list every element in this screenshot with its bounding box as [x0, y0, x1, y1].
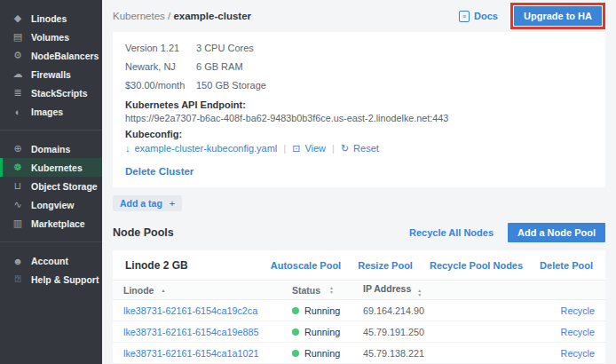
annotation-highlight: Upgrade to HA [510, 3, 605, 29]
kubeconfig-download-link[interactable]: ↓ example-cluster-kubeconfig.yaml [125, 143, 277, 154]
cluster-ram: 6 GB RAM [196, 61, 243, 72]
sidebar-item-longview[interactable]: ∿ Longview [0, 195, 102, 214]
download-icon: ↓ [125, 144, 130, 154]
api-endpoint-label: Kubernetes API Endpoint: [125, 99, 593, 110]
top-actions: ≡ Docs Upgrade to HA [459, 3, 605, 29]
account-icon: ☻ [12, 256, 24, 266]
column-header-linode[interactable]: Linode ▲ [123, 285, 292, 296]
column-label: IP Address [363, 283, 411, 294]
node-link[interactable]: lke38731-62161-6154ca19e885 [123, 327, 259, 337]
kubeconfig-reset-link[interactable]: ↻ Reset [341, 143, 379, 154]
sidebar-group-services: ⊕ Domains ☸ Kubernetes ⊔ Object Storage … [0, 139, 102, 233]
sidebar-item-stackscripts[interactable]: ≣ StackScripts [0, 83, 102, 102]
recycle-node-link[interactable]: Recycle [561, 348, 595, 359]
breadcrumb-current-cluster: example-cluster [173, 11, 251, 21]
delete-pool-link[interactable]: Delete Pool [540, 260, 593, 271]
pool-actions: Autoscale Pool Resize Pool Recycle Pool … [271, 260, 593, 271]
sidebar-item-nodebalancers[interactable]: ⚙ NodeBalancers [0, 46, 102, 65]
docs-icon: ≡ [459, 11, 470, 22]
autoscale-pool-link[interactable]: Autoscale Pool [271, 260, 341, 271]
status-running-icon [292, 307, 299, 314]
recycle-node-link[interactable]: Recycle [561, 327, 595, 337]
cluster-cpu: 3 CPU Cores [196, 43, 254, 53]
sidebar-item-label: Marketplace [31, 218, 85, 229]
cluster-version: Version 1.21 [125, 43, 196, 53]
sidebar-item-account[interactable]: ☻ Account [0, 251, 102, 270]
pool-table-header: Linode ▲ Status ▲▼ IP Address ▲▼ [113, 280, 605, 300]
sort-icon: ▲▼ [329, 286, 334, 294]
sidebar-item-label: Linodes [31, 13, 67, 24]
pool-name: Linode 2 GB [125, 259, 271, 272]
sidebar-item-label: Longview [31, 200, 74, 210]
add-tag-button[interactable]: Add a tag + [113, 195, 182, 211]
sort-icon: ▲▼ [417, 289, 422, 297]
recycle-all-nodes-link[interactable]: Recycle All Nodes [409, 227, 494, 238]
cluster-price: $30.00/month [125, 80, 196, 91]
status-badge: Running [304, 305, 340, 316]
node-link[interactable]: lke38731-62161-6154ca1a1021 [123, 348, 259, 359]
view-label: View [304, 143, 326, 154]
breadcrumb: Kubernetes / example-cluster [113, 11, 251, 21]
sidebar-group-account: ☻ Account ⍰ Help & Support [0, 251, 102, 289]
node-pool-card: Linode 2 GB Autoscale Pool Resize Pool R… [113, 250, 605, 364]
delete-cluster-button[interactable]: Delete Cluster [125, 166, 593, 177]
summary-row: Newark, NJ 6 GB RAM [125, 57, 593, 75]
sidebar-item-firewalls[interactable]: ☁ Firewalls [0, 65, 102, 83]
sidebar-item-label: StackScripts [31, 88, 88, 99]
sidebar-divider [0, 130, 102, 131]
sidebar-item-marketplace[interactable]: ▥ Marketplace [0, 214, 102, 233]
marketplace-icon: ▥ [12, 218, 24, 229]
sidebar-item-linodes[interactable]: ◆ Linodes [0, 9, 102, 28]
kubeconfig-view-link[interactable]: ⊡ View [292, 143, 326, 154]
add-node-pool-button[interactable]: Add a Node Pool [508, 223, 605, 242]
table-row: lke38731-62161-6154ca19c2ca Running 69.1… [113, 300, 605, 321]
docs-label: Docs [474, 11, 498, 21]
node-ip: 45.79.191.250 [363, 327, 541, 337]
breadcrumb-separator: / [168, 11, 170, 21]
status-running-icon [292, 350, 299, 357]
sidebar-item-label: Kubernetes [31, 162, 83, 173]
node-pools-bar: Node Pools Recycle All Nodes Add a Node … [113, 223, 605, 242]
volumes-icon: ▤ [12, 31, 24, 43]
node-link[interactable]: lke38731-62161-6154ca19c2ca [123, 305, 257, 316]
upgrade-to-ha-button[interactable]: Upgrade to HA [514, 6, 602, 26]
column-header-status[interactable]: Status ▲▼ [292, 285, 363, 296]
plus-icon: + [170, 198, 175, 209]
cluster-storage: 150 GB Storage [196, 80, 266, 91]
kubeconfig-filename: example-cluster-kubeconfig.yaml [135, 143, 278, 154]
main-content: Kubernetes / example-cluster ≡ Docs Upgr… [102, 0, 616, 364]
longview-icon: ∿ [12, 199, 24, 210]
tag-row: Add a tag + [113, 194, 605, 211]
sidebar-item-label: Help & Support [31, 274, 99, 285]
sidebar-item-domains[interactable]: ⊕ Domains [0, 139, 102, 158]
stackscripts-icon: ≣ [12, 87, 24, 99]
api-endpoint-value: https://9e2a7307-b6ac-408f-ba62-9483b0b3… [125, 113, 593, 123]
cluster-region: Newark, NJ [125, 61, 196, 72]
resize-pool-link[interactable]: Resize Pool [358, 260, 413, 271]
status-badge: Running [304, 327, 340, 337]
kubeconfig-actions: ↓ example-cluster-kubeconfig.yaml | ⊡ Vi… [125, 143, 593, 154]
sidebar-item-object-storage[interactable]: ⊔ Object Storage [0, 177, 102, 195]
images-icon: ◐ [12, 107, 24, 117]
view-icon: ⊡ [292, 144, 300, 154]
recycle-pool-nodes-link[interactable]: Recycle Pool Nodes [430, 260, 523, 271]
sidebar-item-label: Firewalls [31, 69, 71, 80]
node-pools-title: Node Pools [113, 226, 409, 239]
add-tag-label: Add a tag [120, 198, 162, 209]
sidebar-item-volumes[interactable]: ▤ Volumes [0, 28, 102, 46]
reset-icon: ↻ [341, 144, 349, 154]
column-header-ip[interactable]: IP Address ▲▼ [363, 283, 541, 297]
divider: | [283, 143, 286, 154]
status-running-icon [292, 328, 299, 336]
docs-link[interactable]: ≡ Docs [459, 11, 498, 22]
breadcrumb-kubernetes-link[interactable]: Kubernetes [113, 11, 165, 21]
table-row: lke38731-62161-6154ca19e885 Running 45.7… [113, 321, 605, 343]
column-label: Status [292, 285, 320, 296]
sidebar-item-help-support[interactable]: ⍰ Help & Support [0, 270, 102, 289]
sidebar-item-kubernetes[interactable]: ☸ Kubernetes [0, 158, 102, 177]
recycle-node-link[interactable]: Recycle [561, 305, 595, 316]
sidebar-item-images[interactable]: ◐ Images [0, 102, 102, 121]
sidebar: ◆ Linodes ▤ Volumes ⚙ NodeBalancers ☁ Fi… [0, 0, 102, 364]
help-icon: ⍰ [12, 273, 24, 285]
kubernetes-icon: ☸ [12, 162, 24, 173]
